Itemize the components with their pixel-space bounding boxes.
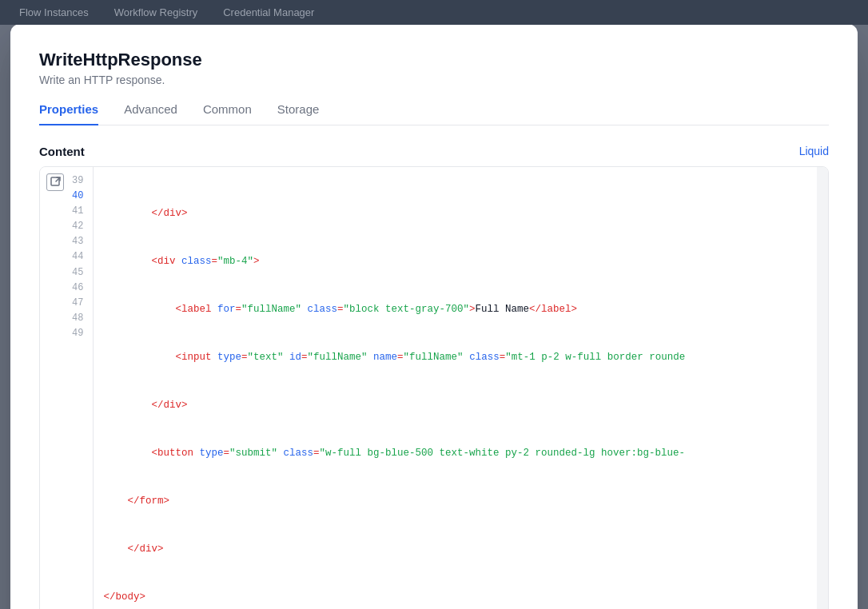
code-editor[interactable]: 39 40 41 42 43 44 45 46 47 48 49 </div> [39, 166, 829, 610]
modal-subtitle: Write an HTTP response. [39, 74, 829, 86]
code-line-43: </div> [103, 397, 818, 413]
content-label: Content [39, 145, 85, 158]
nav-item-flow-instances[interactable]: Flow Instances [19, 5, 89, 20]
code-line-40: <div class="mb-4"> [103, 253, 818, 269]
code-line-45: </form> [103, 493, 818, 509]
tab-storage[interactable]: Storage [277, 102, 320, 125]
modal-dialog: WriteHttpResponse Write an HTTP response… [10, 24, 858, 609]
tab-bar: Properties Advanced Common Storage [39, 102, 829, 125]
nav-item-credential-manager[interactable]: Credential Manager [223, 5, 314, 20]
code-vscroll[interactable] [817, 167, 828, 610]
content-section-header: Content Liquid [39, 145, 829, 158]
tab-common[interactable]: Common [203, 102, 252, 125]
expand-icon[interactable] [46, 173, 64, 191]
liquid-link[interactable]: Liquid [799, 145, 829, 157]
modal-overlay: WriteHttpResponse Write an HTTP response… [0, 0, 868, 609]
editor-toolbar [46, 173, 64, 191]
code-line-42: <input type="text" id="fullName" name="f… [103, 349, 818, 365]
nav-item-workflow-registry[interactable]: Workflow Registry [114, 5, 198, 20]
tab-properties[interactable]: Properties [39, 102, 98, 125]
code-line-41: <label for="fullName" class="block text-… [103, 301, 818, 317]
line-numbers: 39 40 41 42 43 44 45 46 47 48 49 [40, 167, 94, 610]
code-content: </div> <div class="mb-4"> <label for="fu… [94, 167, 828, 610]
code-line-44: <button type="submit" class="w-full bg-b… [103, 445, 818, 461]
code-line-39: </div> [103, 205, 818, 221]
tab-advanced[interactable]: Advanced [124, 102, 177, 125]
code-line-46: </div> [103, 541, 818, 557]
modal-title: WriteHttpResponse [39, 50, 829, 70]
code-area: 39 40 41 42 43 44 45 46 47 48 49 </div> [40, 167, 828, 610]
top-nav-bar: Flow Instances Workflow Registry Credent… [0, 0, 868, 25]
code-line-47: </body> [103, 589, 818, 605]
